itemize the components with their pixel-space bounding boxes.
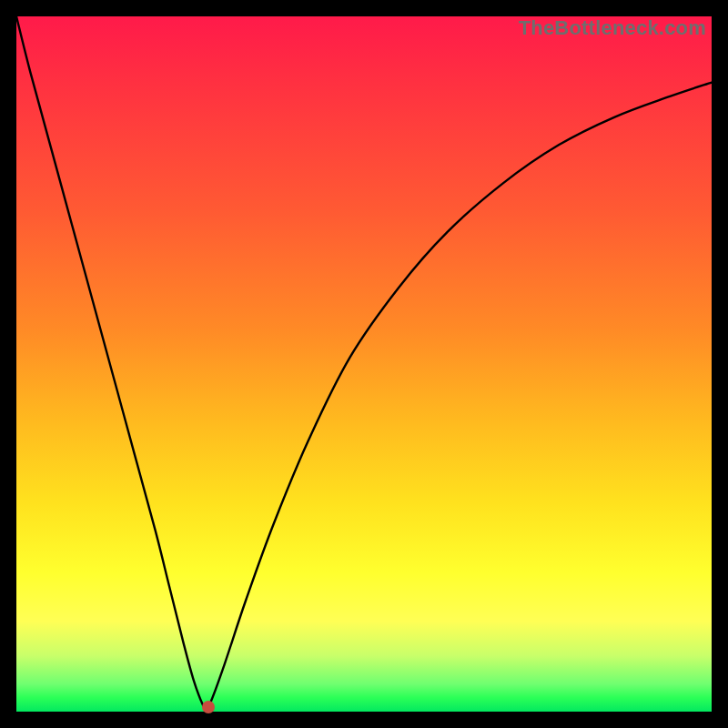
plot-area: TheBottleneck.com bbox=[16, 16, 712, 712]
optimum-marker bbox=[202, 701, 215, 713]
bottleneck-curve bbox=[16, 16, 712, 709]
chart-container: TheBottleneck.com bbox=[0, 0, 728, 728]
curve-svg bbox=[16, 16, 712, 712]
